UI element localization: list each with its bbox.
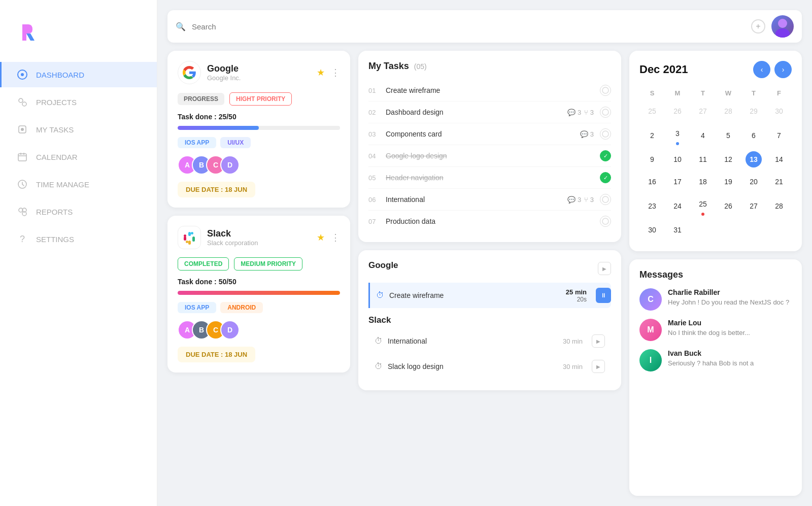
logo xyxy=(0,15,157,62)
cal-day[interactable]: 30 xyxy=(766,100,792,122)
slack-project-card: Slack Slack corporation ★ ⋮ COMPLETED ME… xyxy=(167,216,350,373)
cal-day[interactable]: 19 xyxy=(716,171,741,193)
task-check-done[interactable]: ✓ xyxy=(600,150,611,161)
cal-day[interactable]: 10 xyxy=(665,148,690,171)
google-timer-title: Google xyxy=(368,260,598,271)
slack-timer-title: Slack xyxy=(368,315,611,325)
task-row: 06 International 💬 3 ⑂ 3 xyxy=(368,189,611,211)
google-star-icon[interactable]: ★ xyxy=(317,67,325,78)
cal-day[interactable]: 18 xyxy=(690,171,716,193)
cal-day[interactable]: 2 xyxy=(639,122,665,148)
cal-day[interactable]: 12 xyxy=(716,148,741,171)
task-row: 02 Dashboard design 💬 3 ⑂ 3 xyxy=(368,102,611,123)
reports-icon xyxy=(17,206,28,217)
cal-day[interactable]: 16 xyxy=(639,171,665,193)
task-row: 01 Create wireframe xyxy=(368,80,611,102)
cal-day[interactable]: 30 xyxy=(639,219,665,241)
task-check-done[interactable]: ✓ xyxy=(600,172,611,183)
sidebar-item-time-manage[interactable]: TIME MANAGE xyxy=(0,172,157,197)
calendar-panel: Dec 2021 ‹ › S M T W T F xyxy=(629,51,802,251)
google-more-icon[interactable]: ⋮ xyxy=(331,67,340,78)
sidebar-item-projects[interactable]: PROJECTS xyxy=(0,89,157,115)
cal-day[interactable]: 9 xyxy=(639,148,665,171)
calendar-month: Dec 2021 xyxy=(639,63,753,76)
task-check[interactable] xyxy=(600,194,611,205)
sidebar-item-reports[interactable]: REPORTS xyxy=(0,199,157,224)
sidebar-item-label: SETTINGS xyxy=(36,235,74,244)
cal-day[interactable]: 21 xyxy=(766,171,792,193)
slack-task-done: Task done : 50/50 xyxy=(178,278,340,286)
cal-day[interactable]: 27 xyxy=(690,100,716,122)
cal-day[interactable]: 11 xyxy=(690,148,716,171)
cal-day[interactable]: 17 xyxy=(665,171,690,193)
cal-day[interactable]: 3 xyxy=(665,122,690,148)
calendar-prev-button[interactable]: ‹ xyxy=(753,61,770,78)
cal-day-header: S xyxy=(639,86,665,100)
svg-point-6 xyxy=(21,128,24,131)
search-icon: 🔍 xyxy=(176,22,186,31)
slack-task-time: 30 min xyxy=(563,338,583,345)
cal-day[interactable]: 7 xyxy=(766,122,792,148)
msg-text: No I think the dog is better... xyxy=(668,328,792,338)
cal-day[interactable]: 26 xyxy=(716,193,741,219)
google-badges: PROGRESS HIGHT PRIORITY xyxy=(178,92,340,106)
task-check[interactable] xyxy=(600,85,611,96)
cal-day[interactable]: 23 xyxy=(639,193,665,219)
task-check[interactable] xyxy=(600,128,611,140)
svg-rect-22 xyxy=(191,232,193,234)
svg-point-27 xyxy=(602,87,608,93)
cal-day[interactable]: 20 xyxy=(741,171,766,193)
slack-task-name-2: Slack logo design xyxy=(388,362,558,370)
cal-day[interactable]: 25 xyxy=(639,100,665,122)
cal-day[interactable]: 28 xyxy=(716,100,741,122)
cal-day[interactable]: 25 xyxy=(690,193,716,219)
add-button[interactable]: + xyxy=(751,19,765,33)
sidebar-item-label: MY TASKS xyxy=(36,125,74,134)
cal-day[interactable]: 31 xyxy=(665,219,690,241)
sidebar-item-label: CALENDAR xyxy=(36,153,78,161)
sidebar-item-calendar[interactable]: CALENDAR xyxy=(0,144,157,170)
calendar-next-button[interactable]: › xyxy=(774,61,792,78)
cal-day[interactable]: 5 xyxy=(716,122,741,148)
slack-progress-fill xyxy=(178,291,340,295)
topbar: 🔍 + xyxy=(167,10,802,43)
timer-pause-button[interactable]: ⏸ xyxy=(596,288,611,303)
google-task-done: Task done : 25/50 xyxy=(178,113,340,121)
slack-due-date: DUE DATE : 18 JUN xyxy=(178,347,255,362)
google-logo xyxy=(178,61,201,84)
cal-day[interactable]: 27 xyxy=(741,193,766,219)
cal-day[interactable]: 26 xyxy=(665,100,690,122)
cal-day[interactable]: 24 xyxy=(665,193,690,219)
search-input[interactable] xyxy=(192,22,745,31)
cal-day[interactable]: 6 xyxy=(741,122,766,148)
medium-priority-badge: MEDIUM PRIORITY xyxy=(234,257,302,271)
google-play-button[interactable]: ▶ xyxy=(598,262,611,275)
slack-timer-header: Slack xyxy=(368,315,611,325)
cal-day[interactable]: 29 xyxy=(741,100,766,122)
slack-card-subtitle: Slack corporation xyxy=(207,239,311,247)
user-avatar[interactable] xyxy=(771,15,794,38)
slack-task-time-2: 30 min xyxy=(563,363,583,370)
slack-star-icon[interactable]: ★ xyxy=(317,232,325,243)
sidebar-item-label: PROJECTS xyxy=(36,98,77,107)
svg-rect-26 xyxy=(186,241,188,243)
messages-panel: Messages C Charlie Rabiller Hey John ! D… xyxy=(629,259,802,496)
sidebar-item-settings[interactable]: ? SETTINGS xyxy=(0,226,157,252)
right-column: Dec 2021 ‹ › S M T W T F xyxy=(629,51,802,496)
sidebar-item-dashboard[interactable]: DASHBOARD xyxy=(0,62,157,87)
slack-card-title: Slack xyxy=(207,228,311,239)
cal-day[interactable]: 4 xyxy=(690,122,716,148)
cal-day-today[interactable]: 13 xyxy=(741,148,766,171)
google-card-title: Google xyxy=(207,63,311,74)
project-cards-column: Google Google Inc. ★ ⋮ PROGRESS HIGHT PR… xyxy=(167,51,350,496)
task-check[interactable] xyxy=(600,216,611,227)
task-check[interactable] xyxy=(600,107,611,118)
cal-day[interactable]: 28 xyxy=(766,193,792,219)
svg-point-28 xyxy=(602,109,608,115)
sidebar-item-my-tasks[interactable]: MY TASKS xyxy=(0,117,157,142)
slack-play-1[interactable]: ▶ xyxy=(592,334,605,348)
slack-tags: IOS APP ANDROID xyxy=(178,302,340,313)
cal-day[interactable]: 14 xyxy=(766,148,792,171)
slack-more-icon[interactable]: ⋮ xyxy=(331,232,340,243)
slack-play-2[interactable]: ▶ xyxy=(592,360,605,373)
